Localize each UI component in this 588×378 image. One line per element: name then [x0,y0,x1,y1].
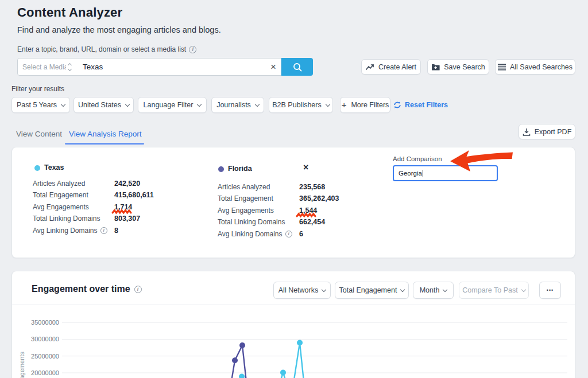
info-icon[interactable]: i [134,286,142,293]
stat-row: Articles Analyzed235,568 [218,183,339,190]
texas-series-name: Texas [44,163,64,172]
stat-label: Avg Linking Domainsi [218,230,299,238]
list-icon [498,64,506,71]
clear-search-icon[interactable]: × [265,58,281,76]
texas-stats: Articles Analyzed242,520Total Engagement… [33,180,154,234]
filter-chip-language[interactable]: Language Filter [138,97,207,113]
metric-dropdown-label: Total Engagement [339,286,397,294]
stat-row: Total Engagement415,680,611 [33,192,154,199]
stat-value: 803,307 [114,215,140,223]
chevron-down-icon [197,102,202,106]
stat-row: Total Linking Domains662,454 [218,219,339,226]
create-alert-button[interactable]: Create Alert [361,59,421,75]
stat-label: Total Engagement [33,191,114,199]
florida-series-name: Florida [228,165,252,173]
stat-value: 365,262,403 [299,194,339,202]
add-comparison-input[interactable]: Georgia [393,165,498,181]
metric-dropdown[interactable]: Total Engagement [335,282,409,299]
filter-chip-time-range[interactable]: Past 5 Years [11,97,70,113]
chevron-down-icon [61,102,65,106]
chip-label: Journalists [216,101,251,109]
chevron-down-icon [443,287,447,291]
info-icon[interactable]: i [189,46,196,53]
filter-chip-journalists[interactable]: Journalists [211,97,264,113]
page-title: Content Analyzer [17,5,122,20]
chevron-down-icon [400,287,405,291]
stat-row: Avg Engagements1,714 [33,203,154,211]
stat-label: Total Engagement [218,194,299,202]
florida-stats: Articles Analyzed235,568Total Engagement… [218,183,339,237]
text-cursor [423,170,423,177]
stat-row: Total Linking Domains803,307 [33,215,154,223]
stat-label: Total Linking Domains [218,218,299,226]
compare-to-past-dropdown[interactable]: Compare To Past [459,282,529,299]
tab-view-analysis-report[interactable]: View Analysis Report [69,125,142,142]
compare-dropdown-label: Compare To Past [462,286,517,294]
filters-label: Filter your results [11,85,64,93]
search-query-text: Texas [83,63,103,71]
filter-chip-b2b-publishers[interactable]: B2B Publishers [269,97,333,113]
media-list-select[interactable]: Select a Media ... [17,58,76,76]
stat-label: Avg Engagements [218,206,299,215]
stat-value: 662,454 [299,218,325,226]
more-options-button[interactable]: ••• [539,282,561,299]
chip-label: Language Filter [144,101,194,109]
create-alert-label: Create Alert [378,63,416,71]
folder-plus-icon [431,63,440,71]
search-input[interactable]: Texas [76,58,281,76]
stat-value: 242,520 [114,180,140,188]
engagement-title-text: Engagement over time [32,284,130,294]
interval-dropdown[interactable]: Month [413,282,454,299]
all-saved-searches-button[interactable]: All Saved Searches [495,59,575,75]
sort-icon [68,64,71,71]
chevron-down-icon [322,287,326,291]
reset-filters-link[interactable]: Reset Filters [393,97,448,113]
plus-icon: + [342,100,347,110]
texas-series-dot [34,165,40,171]
export-pdf-button[interactable]: Export PDF [519,124,575,139]
stat-row: Total Engagement365,262,403 [218,195,339,202]
engagement-section-title: Engagement over time i [32,284,142,294]
more-filters-button[interactable]: + More Filters [340,97,390,113]
add-comparison-label: Add Comparison [393,155,442,162]
save-search-button[interactable]: Save Search [427,59,489,75]
stat-label: Total Linking Domains [33,215,114,223]
magnifier-icon [292,62,303,72]
save-search-label: Save Search [444,63,485,71]
interval-dropdown-label: Month [420,286,440,294]
chip-label: United States [78,101,121,109]
remove-florida-icon[interactable]: × [303,163,308,172]
chip-label: B2B Publishers [272,101,321,109]
stat-row: Avg Engagements1,544 [218,206,339,214]
search-button[interactable] [281,58,313,76]
reset-filters-label: Reset Filters [405,101,448,109]
stat-value: 8 [114,227,118,235]
stat-label: Articles Analyzed [33,180,114,188]
stat-value: 235,568 [299,183,325,191]
stat-label: Articles Analyzed [218,183,299,191]
stat-row: Avg Linking Domainsi6 [218,230,339,237]
info-icon[interactable]: i [100,227,107,234]
export-pdf-label: Export PDF [535,128,572,136]
chevron-down-icon [255,102,260,106]
media-list-placeholder: Select a Media ... [22,63,66,71]
stat-row: Articles Analyzed242,520 [33,180,154,187]
trend-arrow-icon [366,63,374,71]
active-tab-underline [65,143,144,145]
stat-value: 415,680,611 [114,191,154,199]
download-icon [523,128,531,136]
info-icon[interactable]: i [285,231,292,237]
search-field-label-text: Enter a topic, brand, URL, domain or sel… [17,45,186,53]
filter-chip-country[interactable]: United States [74,97,134,113]
add-comparison-value: Georgia [399,170,422,177]
stat-label: Avg Engagements [33,203,114,211]
comparison-card: Texas Articles Analyzed242,520Total Enga… [11,147,575,258]
more-filters-label: More Filters [351,101,389,109]
chevron-down-icon [521,287,525,291]
divider [12,305,575,305]
tab-view-content[interactable]: View Content [16,125,62,142]
networks-dropdown-label: All Networks [278,286,318,294]
networks-dropdown[interactable]: All Networks [273,282,331,299]
engagement-over-time-card: Engagement over time i All Networks Tota… [11,271,575,378]
chip-label: Past 5 Years [17,101,57,109]
